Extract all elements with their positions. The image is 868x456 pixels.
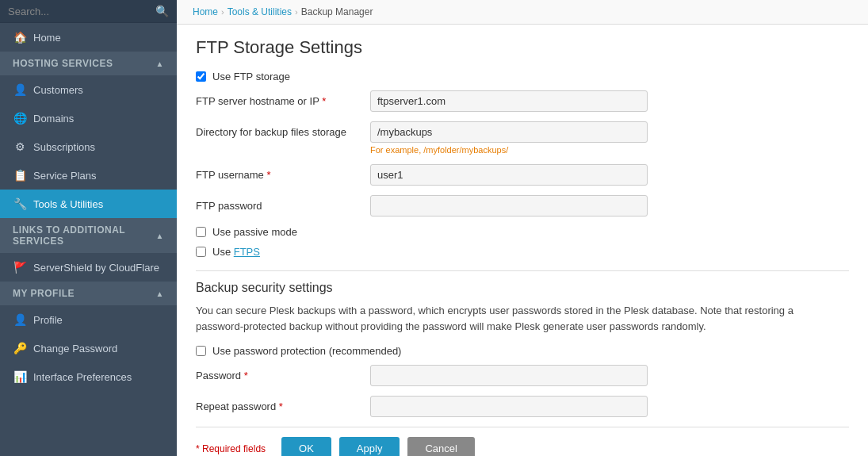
tools-label: Tools & Utilities (33, 198, 103, 210)
profile-label: Profile (33, 314, 63, 326)
password-input[interactable] (370, 365, 648, 386)
ftp-hostname-required: * (322, 95, 326, 107)
security-info: You can secure Plesk backups with a pass… (196, 303, 814, 334)
sidebar-item-home[interactable]: 🏠 Home (0, 23, 177, 52)
ftp-password-wrap (370, 195, 648, 217)
form-actions: * Required fields OK Apply Cancel (196, 427, 849, 456)
change-password-icon: 🔑 (13, 342, 27, 354)
links-section-header[interactable]: Links to Additional Services ▲ (0, 218, 177, 253)
content-area: FTP Storage Settings Use FTP storage FTP… (177, 25, 868, 456)
breadcrumb-sep-1: › (221, 7, 224, 17)
use-password-protection-row: Use password protection (recommended) (196, 345, 849, 357)
sidebar: 🔍 🏠 Home Hosting Services ▲ 👤 Customers … (0, 0, 177, 456)
ftp-hostname-label: FTP server hostname or IP * (196, 90, 370, 107)
sidebar-item-service-plans[interactable]: 📋 Service Plans (0, 161, 177, 190)
tools-icon: 🔧 (13, 197, 27, 210)
repeat-password-row: Repeat password * (196, 396, 849, 417)
servershield-icon: 🚩 (13, 261, 27, 274)
ftp-hostname-input[interactable] (370, 90, 648, 112)
required-note: * Required fields (196, 443, 266, 454)
repeat-password-wrap (370, 396, 648, 417)
use-passive-checkbox[interactable] (196, 227, 206, 237)
domains-icon: 🌐 (13, 112, 27, 125)
profile-icon: 👤 (13, 313, 27, 326)
sidebar-item-subscriptions[interactable]: ⚙ Subscriptions (0, 132, 177, 161)
subscriptions-label: Subscriptions (33, 141, 95, 153)
use-password-protection-checkbox[interactable] (196, 346, 206, 356)
subscriptions-icon: ⚙ (13, 140, 27, 153)
links-section-label: Links to Additional Services (13, 224, 156, 247)
sidebar-item-profile[interactable]: 👤 Profile (0, 305, 177, 334)
password-label: Password * (196, 365, 370, 381)
home-icon: 🏠 (13, 31, 27, 44)
search-icon: 🔍 (155, 5, 169, 17)
ftp-username-required: * (266, 169, 270, 181)
hosting-services-label: Hosting Services (13, 58, 113, 69)
repeat-password-label: Repeat password * (196, 396, 370, 412)
interface-prefs-icon: 📊 (13, 370, 27, 383)
password-wrap (370, 365, 648, 386)
use-ftps-label[interactable]: Use FTPS (212, 246, 260, 258)
cancel-button[interactable]: Cancel (407, 437, 474, 456)
section-divider (196, 270, 849, 271)
ftp-username-wrap (370, 164, 648, 186)
apply-button[interactable]: Apply (339, 437, 400, 456)
breadcrumb-tools[interactable]: Tools & Utilities (228, 6, 292, 17)
breadcrumb-sep-2: › (295, 7, 298, 17)
service-plans-icon: 📋 (13, 169, 27, 182)
use-ftp-storage-row: Use FTP storage (196, 71, 849, 82)
directory-label: Directory for backup files storage (196, 121, 370, 138)
use-passive-row: Use passive mode (196, 226, 849, 238)
use-passive-label[interactable]: Use passive mode (212, 226, 297, 238)
my-profile-header[interactable]: My Profile ▲ (0, 282, 177, 305)
customers-icon: 👤 (13, 83, 27, 96)
service-plans-label: Service Plans (33, 170, 96, 182)
ok-button[interactable]: OK (281, 437, 331, 456)
password-required: * (244, 370, 248, 381)
ftp-hostname-row: FTP server hostname or IP * (196, 90, 849, 112)
hosting-services-header[interactable]: Hosting Services ▲ (0, 52, 177, 75)
main-content: Home › Tools & Utilities › Backup Manage… (177, 0, 868, 456)
ftp-username-row: FTP username * (196, 164, 849, 186)
change-password-label: Change Password (33, 343, 117, 354)
ftp-password-row: FTP password (196, 195, 849, 217)
interface-prefs-label: Interface Preferences (33, 371, 132, 383)
ftp-username-label: FTP username * (196, 164, 370, 181)
ftps-link[interactable]: FTPS (234, 246, 260, 258)
my-profile-label: My Profile (13, 288, 75, 299)
repeat-password-required: * (279, 400, 283, 412)
ftp-password-label: FTP password (196, 195, 370, 212)
customers-label: Customers (33, 84, 83, 96)
sidebar-item-domains[interactable]: 🌐 Domains (0, 104, 177, 132)
breadcrumb-home[interactable]: Home (193, 6, 218, 17)
sidebar-item-change-password[interactable]: 🔑 Change Password (0, 334, 177, 362)
security-section-title: Backup security settings (196, 281, 849, 295)
repeat-password-input[interactable] (370, 396, 648, 417)
search-box: 🔍 (0, 0, 177, 23)
use-password-protection-label[interactable]: Use password protection (recommended) (212, 345, 401, 357)
chevron-up-icon: ▲ (156, 59, 164, 68)
directory-input[interactable] (370, 121, 648, 143)
ftp-password-input[interactable] (370, 195, 648, 217)
breadcrumb-backup-manager[interactable]: Backup Manager (301, 6, 373, 17)
breadcrumb: Home › Tools & Utilities › Backup Manage… (177, 0, 868, 25)
directory-wrap: For example, /myfolder/mybackups/ (370, 121, 648, 155)
use-ftp-checkbox[interactable] (196, 71, 206, 82)
sidebar-item-customers[interactable]: 👤 Customers (0, 75, 177, 104)
password-row: Password * (196, 365, 849, 386)
sidebar-home-label: Home (33, 32, 61, 44)
use-ftps-checkbox[interactable] (196, 247, 206, 257)
links-chevron-icon: ▲ (156, 232, 164, 240)
use-ftp-label[interactable]: Use FTP storage (212, 71, 290, 82)
page-title: FTP Storage Settings (196, 37, 849, 58)
directory-hint: For example, /myfolder/mybackups/ (370, 145, 648, 155)
sidebar-item-tools-utilities[interactable]: 🔧 Tools & Utilities (0, 190, 177, 218)
ftp-username-input[interactable] (370, 164, 648, 186)
ftp-hostname-wrap (370, 90, 648, 112)
directory-row: Directory for backup files storage For e… (196, 121, 849, 155)
sidebar-item-interface-prefs[interactable]: 📊 Interface Preferences (0, 362, 177, 391)
my-profile-chevron-icon: ▲ (156, 289, 164, 298)
search-input[interactable] (8, 6, 155, 17)
sidebar-item-servershield[interactable]: 🚩 ServerShield by CloudFlare (0, 253, 177, 282)
servershield-label: ServerShield by CloudFlare (33, 262, 159, 274)
